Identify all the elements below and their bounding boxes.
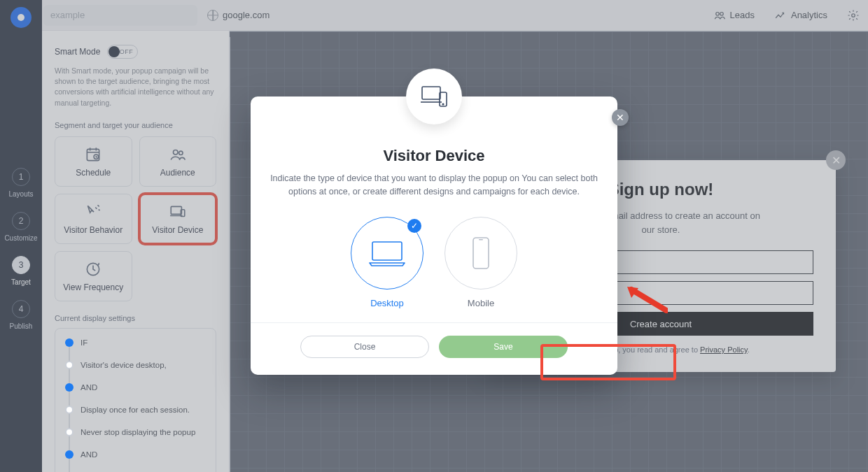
flow-dot: [65, 338, 74, 347]
modal-description: Indicate the type of device that you wan…: [270, 172, 598, 199]
modal-close-action[interactable]: Close: [300, 336, 429, 358]
svg-rect-13: [372, 242, 402, 260]
svg-point-12: [442, 103, 444, 105]
svg-rect-10: [422, 87, 440, 99]
modal-close-button[interactable]: ✕: [612, 109, 629, 126]
modal-header-icon: [406, 69, 462, 124]
modal-save-button[interactable]: Save: [439, 336, 568, 358]
modal-title: Visitor Device: [270, 147, 598, 165]
modal-divider: [251, 322, 617, 323]
svg-rect-15: [479, 239, 483, 241]
svg-rect-14: [473, 238, 489, 269]
flow-dot: [65, 361, 74, 369]
device-label: Desktop: [370, 298, 404, 308]
flow-dot: [65, 383, 74, 392]
save-label: Save: [493, 342, 512, 352]
device-option-desktop[interactable]: ✓ Desktop: [351, 217, 424, 308]
visitor-device-modal: ✕ Visitor Device Indicate the type of de…: [251, 96, 617, 375]
check-icon: ✓: [407, 219, 421, 233]
devices-icon: [420, 84, 448, 109]
device-label: Mobile: [468, 298, 494, 308]
device-option-mobile[interactable]: ✓ Mobile: [444, 217, 517, 308]
phone-icon: [470, 236, 491, 271]
laptop-icon: [367, 238, 407, 268]
